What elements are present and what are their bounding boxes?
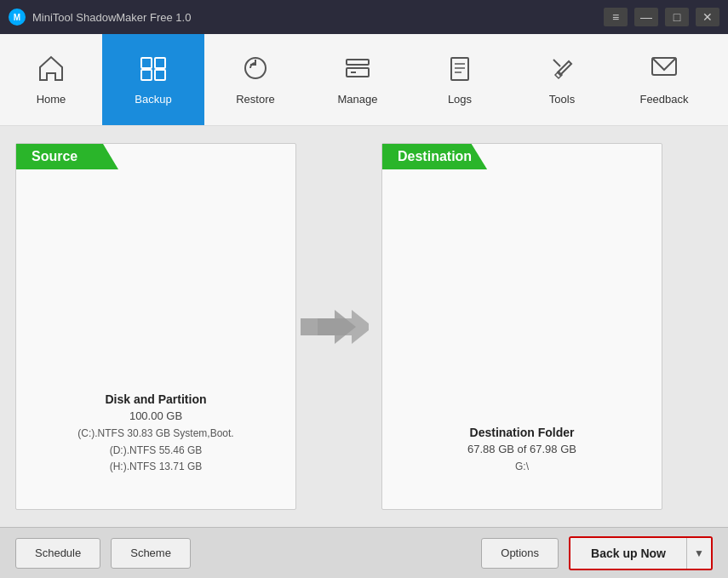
svg-rect-4 [141,70,152,80]
destination-label: Destination [382,144,487,169]
dropdown-arrow-icon: ▼ [694,547,704,559]
svg-rect-8 [347,68,369,77]
feedback-icon [647,51,681,88]
svg-rect-7 [347,60,369,65]
destination-content: Destination Folder 67.88 GB of 67.98 GB … [467,426,576,475]
options-button[interactable]: Options [481,538,559,569]
logs-icon [443,51,477,88]
close-button[interactable]: ✕ [696,8,719,26]
source-content: Disk and Partition 100.00 GB (C:).NTFS 3… [77,392,233,475]
svg-marker-17 [318,310,369,344]
backup-now-group: Back up Now ▼ [569,536,713,570]
main-content: Source Disk and Partition 100.00 GB (C:)… [0,126,728,527]
nav-restore-label: Restore [236,93,275,106]
schedule-button[interactable]: Schedule [15,538,100,569]
nav-home[interactable]: Home [0,34,102,125]
source-detail-2: (D:).NTFS 55.46 GB [77,443,233,459]
nav-manage[interactable]: Manage [307,34,409,125]
nav-tools[interactable]: Tools [511,34,613,125]
nav-home-label: Home [37,93,66,106]
home-icon [34,51,68,88]
nav-backup-label: Backup [135,93,171,106]
source-item-title: Disk and Partition [77,392,233,406]
nav-logs-label: Logs [448,93,472,106]
direction-arrow [296,306,373,348]
svg-rect-5 [155,70,165,80]
nav-manage-label: Manage [338,93,378,106]
window-controls: ≡ — □ ✕ [604,8,719,26]
nav-feedback[interactable]: Feedback [613,34,715,125]
nav-feedback-label: Feedback [639,93,688,106]
tools-icon [545,51,579,88]
destination-panel[interactable]: Destination Destination Folder 67.88 GB … [381,143,662,510]
backup-icon [136,51,170,88]
app-logo: M [9,9,26,26]
svg-rect-10 [451,58,468,80]
backup-now-dropdown-button[interactable]: ▼ [687,538,711,569]
restore-icon [238,51,272,88]
source-detail-3: (H:).NTFS 13.71 GB [77,459,233,475]
destination-item-size: 67.88 GB of 67.98 GB [467,443,576,455]
source-detail-1: (C:).NTFS 30.83 GB System,Boot. [77,426,233,442]
menu-button[interactable]: ≡ [604,8,628,26]
source-label: Source [16,144,118,169]
source-item-details: (C:).NTFS 30.83 GB System,Boot. (D:).NTF… [77,426,233,475]
footer: Schedule Scheme Options Back up Now ▼ [0,527,728,578]
destination-item-title: Destination Folder [467,426,576,439]
nav-restore[interactable]: Restore [204,34,307,125]
svg-rect-2 [141,58,152,68]
svg-line-14 [553,60,560,66]
nav-logs[interactable]: Logs [409,34,511,125]
destination-panel-header: Destination [382,144,487,169]
maximize-button[interactable]: □ [665,8,689,26]
svg-rect-3 [155,58,165,68]
minimize-button[interactable]: — [634,8,658,26]
destination-detail-1: G:\ [467,459,576,475]
app-title: MiniTool ShadowMaker Free 1.0 [32,11,604,24]
backup-now-button[interactable]: Back up Now [570,538,687,569]
manage-icon [341,51,375,88]
nav-backup[interactable]: Backup [102,34,204,125]
navbar: Home Backup Restore [0,34,728,126]
svg-text:M: M [14,13,20,22]
scheme-button[interactable]: Scheme [111,538,191,569]
destination-item-details: G:\ [467,459,576,475]
titlebar: M MiniTool ShadowMaker Free 1.0 ≡ — □ ✕ [0,0,728,34]
nav-tools-label: Tools [549,93,575,106]
source-item-size: 100.00 GB [77,409,233,422]
source-panel[interactable]: Source Disk and Partition 100.00 GB (C:)… [15,143,296,510]
source-panel-header: Source [16,144,118,169]
